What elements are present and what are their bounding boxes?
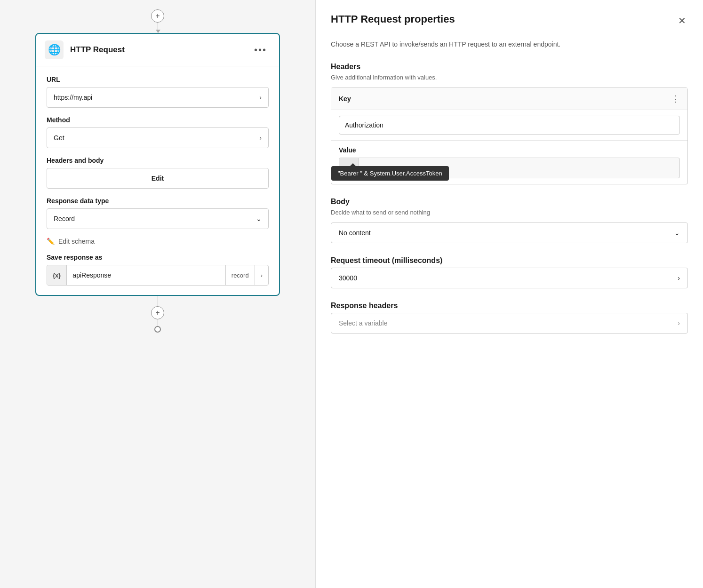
headers-section-desc: Give additional information with values.	[331, 74, 688, 81]
headers-body-group: Headers and body Edit	[47, 157, 269, 189]
url-value: https://my.api	[54, 94, 92, 101]
pencil-icon: ✏️	[47, 238, 55, 245]
response-type-chevron-icon: ⌄	[256, 215, 262, 222]
method-group: Method Get ›	[47, 116, 269, 148]
response-type-label: Response data type	[47, 197, 269, 205]
save-response-name: apiResponse	[67, 271, 225, 279]
save-response-group: Save response as {x} apiResponse record …	[47, 254, 269, 286]
headers-table-header: Key ⋮	[331, 88, 687, 110]
method-value: Get	[54, 134, 64, 142]
timeout-chevron-icon: ›	[678, 274, 680, 282]
response-headers-section: Response headers Select a variable ›	[331, 302, 688, 334]
variable-chevron-icon: ›	[678, 319, 680, 327]
http-icon: 🌐	[45, 40, 64, 59]
timeout-section-title: Request timeout (milliseconds)	[331, 256, 688, 265]
header-options-button[interactable]: ⋮	[671, 94, 680, 104]
edit-schema-link[interactable]: ✏️ Edit schema	[47, 238, 269, 245]
edit-button[interactable]: Edit	[47, 168, 269, 189]
http-request-card: 🌐 HTTP Request ••• URL https://my.api › …	[35, 33, 280, 296]
headers-table: Key ⋮ Value fx "Bearer " & System.User.A…	[331, 87, 688, 184]
bottom-line	[158, 296, 158, 306]
body-value: No content	[339, 229, 371, 237]
left-panel: + 🌐 HTTP Request ••• URL https://my.api …	[0, 0, 315, 588]
save-response-tag: {x}	[47, 265, 67, 285]
panel-title: HTTP Request properties	[331, 13, 455, 25]
edit-schema-label: Edit schema	[58, 238, 95, 245]
body-chevron-icon: ⌄	[674, 229, 680, 237]
save-response-label: Save response as	[47, 254, 269, 261]
add-bottom-button[interactable]: +	[151, 306, 164, 319]
fx-tooltip: "Bearer " & System.User.AccessToken	[331, 166, 449, 181]
timeout-value: 30000	[339, 274, 357, 282]
headers-section-title: Headers	[331, 63, 688, 71]
save-response-type: record	[225, 265, 255, 285]
card-header: 🌐 HTTP Request •••	[36, 34, 279, 66]
panel-header: HTTP Request properties ✕	[331, 13, 688, 28]
arrow-connector	[158, 23, 158, 33]
response-type-group: Response data type Record ⌄	[47, 197, 269, 229]
card-title: HTTP Request	[70, 45, 244, 55]
response-headers-input[interactable]: Select a variable ›	[331, 313, 688, 334]
save-response-chevron-icon: ›	[255, 265, 268, 285]
response-headers-title: Response headers	[331, 302, 688, 310]
timeout-input[interactable]: 30000 ›	[331, 268, 688, 288]
response-type-value: Record	[54, 215, 75, 222]
end-circle	[154, 326, 161, 333]
url-chevron-icon: ›	[259, 94, 262, 101]
body-section: Body Decide what to send or send nothing…	[331, 198, 688, 243]
headers-section: Headers Give additional information with…	[331, 63, 688, 184]
connector-bottom: +	[151, 296, 164, 333]
save-response-input[interactable]: {x} apiResponse record ›	[47, 265, 269, 286]
headers-body-label: Headers and body	[47, 157, 269, 164]
body-section-desc: Decide what to send or send nothing	[331, 209, 688, 216]
bottom-line-2	[158, 319, 158, 326]
method-label: Method	[47, 116, 269, 124]
timeout-section: Request timeout (milliseconds) 30000 ›	[331, 256, 688, 288]
response-type-select[interactable]: Record ⌄	[47, 208, 269, 229]
connector-top: +	[151, 9, 164, 33]
card-body: URL https://my.api › Method Get › Header…	[36, 66, 279, 295]
method-chevron-icon: ›	[259, 134, 262, 142]
close-button[interactable]: ✕	[676, 13, 688, 28]
variable-placeholder: Select a variable	[339, 319, 388, 327]
value-label: Value	[339, 146, 680, 154]
body-section-title: Body	[331, 198, 688, 206]
add-top-button[interactable]: +	[151, 9, 164, 23]
key-input[interactable]	[339, 116, 680, 135]
panel-description: Choose a REST API to invoke/sends an HTT…	[331, 40, 688, 49]
more-options-button[interactable]: •••	[250, 43, 271, 57]
method-input[interactable]: Get ›	[47, 127, 269, 148]
value-section: Value fx "Bearer " & System.User.Ac... "…	[331, 141, 687, 184]
url-group: URL https://my.api ›	[47, 76, 269, 108]
key-input-row	[331, 110, 687, 141]
right-panel: HTTP Request properties ✕ Choose a REST …	[315, 0, 703, 588]
body-dropdown[interactable]: No content ⌄	[331, 222, 688, 243]
url-input[interactable]: https://my.api ›	[47, 87, 269, 108]
key-column-label: Key	[339, 95, 671, 103]
url-label: URL	[47, 76, 269, 83]
